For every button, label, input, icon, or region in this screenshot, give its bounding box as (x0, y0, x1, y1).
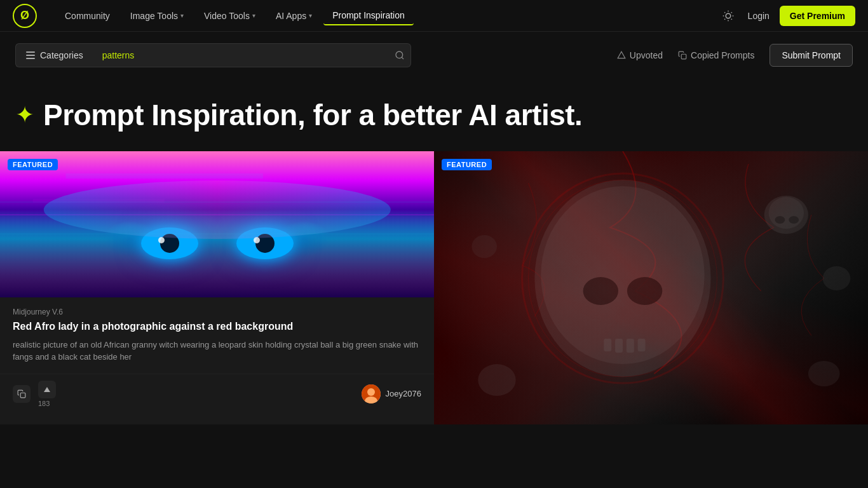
copied-prompts-button[interactable]: Copied Prompts (678, 50, 754, 60)
svg-line-3 (724, 12, 725, 13)
footer-actions-1: 183 (13, 381, 56, 407)
svg-rect-30 (627, 339, 634, 353)
chevron-down-icon: ▾ (252, 12, 255, 19)
nav-prompt-inspiration[interactable]: Prompt Inspiration (323, 6, 414, 25)
featured-badge-1: FEATURED (8, 159, 58, 170)
svg-point-35 (789, 216, 799, 224)
theme-toggle-button[interactable] (719, 6, 738, 25)
nav-video-tools[interactable]: Video Tools ▾ (195, 7, 264, 25)
nav-ai-apps[interactable]: AI Apps ▾ (267, 7, 321, 25)
copy-icon (13, 385, 31, 403)
card-model-1: Midjourney V.6 (13, 308, 421, 316)
svg-rect-29 (615, 339, 623, 353)
svg-point-34 (775, 216, 785, 224)
nav-community[interactable]: Community (56, 7, 119, 25)
featured-badge-2: FEATURED (442, 159, 492, 170)
svg-rect-19 (20, 393, 25, 398)
card-footer-1: 183 Joey2076 (0, 374, 434, 414)
hamburger-icon (26, 51, 35, 59)
svg-marker-11 (618, 51, 625, 58)
hero-icon: ✦ (15, 102, 34, 128)
logo-symbol: Ø (20, 9, 29, 22)
submit-prompt-button[interactable]: Submit Prompt (770, 44, 853, 67)
search-bar-container: Categories Upvoted Copied Prompts Submit… (0, 32, 868, 79)
svg-point-36 (478, 364, 515, 396)
svg-point-26 (583, 277, 618, 305)
hero-title: Prompt Inspiration, for a better AI arti… (43, 98, 582, 132)
svg-rect-31 (638, 339, 646, 351)
nav-image-tools[interactable]: Image Tools ▾ (121, 7, 193, 25)
svg-line-10 (402, 57, 403, 59)
site-logo[interactable]: Ø (13, 4, 37, 28)
categories-button[interactable]: Categories (15, 43, 93, 67)
svg-rect-12 (681, 54, 686, 59)
card-title-1: Red Afro lady in a photographic against … (13, 320, 421, 334)
navbar: Ø Community Image Tools ▾ Video Tools ▾ … (0, 0, 868, 32)
upvote-count-1: 183 (38, 400, 56, 407)
svg-point-27 (627, 277, 662, 305)
svg-rect-17 (65, 173, 262, 179)
search-bar-right: Upvoted Copied Prompts Submit Prompt (617, 44, 853, 67)
chevron-down-icon: ▾ (180, 12, 184, 19)
card-image-2 (434, 151, 868, 424)
card-body-1: Midjourney V.6 Red Afro lady in a photog… (0, 297, 434, 374)
upvote-section: 183 (38, 381, 56, 407)
nav-links: Community Image Tools ▾ Video Tools ▾ AI… (56, 6, 719, 25)
chevron-down-icon: ▾ (309, 12, 312, 19)
author-avatar-1 (362, 384, 381, 403)
svg-point-22 (367, 388, 375, 396)
svg-point-25 (541, 186, 704, 364)
upvote-button-1[interactable] (38, 381, 56, 398)
login-button[interactable]: Login (748, 11, 770, 21)
card-description-1: realistic picture of an old African gran… (13, 339, 421, 363)
search-input[interactable] (93, 43, 411, 67)
copy-prompt-button-1[interactable] (13, 385, 31, 403)
featured-card-1: FEATURED Midjourney V.6 Red Afro lady in… (0, 151, 434, 424)
featured-card-2: FEATURED (434, 151, 868, 424)
author-section-1: Joey2076 (362, 384, 421, 403)
svg-point-38 (471, 235, 497, 258)
svg-point-33 (769, 197, 804, 229)
svg-line-4 (731, 18, 731, 19)
premium-button[interactable]: Get Premium (780, 6, 855, 26)
hero-section: ✦ Prompt Inspiration, for a better AI ar… (0, 79, 868, 145)
svg-marker-20 (44, 387, 50, 392)
search-submit-button[interactable] (395, 50, 405, 60)
upvote-icon (38, 381, 56, 398)
svg-point-9 (396, 51, 403, 58)
svg-point-39 (823, 266, 851, 290)
svg-line-8 (731, 12, 731, 13)
svg-point-0 (726, 13, 731, 18)
author-name-1: Joey2076 (386, 389, 421, 398)
nav-right: Login Get Premium (719, 6, 855, 26)
cards-grid: FEATURED Midjourney V.6 Red Afro lady in… (0, 151, 868, 424)
svg-point-37 (808, 361, 839, 386)
svg-rect-18 (33, 199, 165, 203)
svg-line-7 (724, 18, 725, 19)
search-input-wrapper (93, 43, 411, 67)
card-image-1 (0, 151, 434, 297)
upvoted-button[interactable]: Upvoted (617, 50, 663, 60)
svg-rect-28 (604, 339, 611, 351)
